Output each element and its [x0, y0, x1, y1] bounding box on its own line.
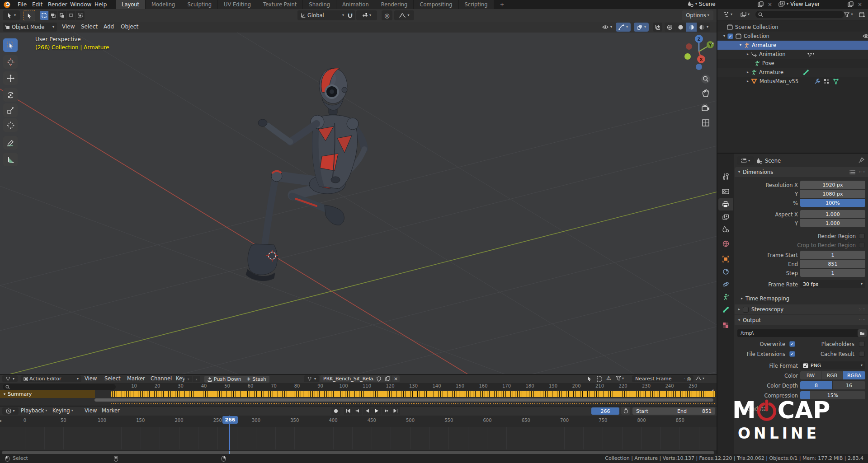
blender-logo-icon[interactable]: [3, 1, 11, 9]
tool-transform[interactable]: [3, 118, 18, 132]
expander-icon[interactable]: ▾: [723, 34, 725, 38]
options-dropdown[interactable]: Options▾: [682, 10, 713, 20]
navigation-gizmo[interactable]: Z Y X: [680, 33, 717, 71]
outliner-row-animation[interactable]: ▸ Animation: [717, 50, 868, 59]
playhead-badge[interactable]: 266: [222, 416, 238, 424]
toggle-ortho-icon[interactable]: [701, 118, 711, 128]
select-mode-intersect-button[interactable]: [76, 11, 85, 20]
dopesheet-falloff-dropdown[interactable]: ▾: [695, 376, 704, 381]
outliner-display-mode-dropdown[interactable]: ▾: [720, 10, 736, 19]
tab-uv-editing[interactable]: UV Editing: [218, 0, 257, 9]
select-mode-subtract-button[interactable]: [58, 11, 66, 20]
outliner-row-armature-data[interactable]: ▸ Armature: [717, 68, 868, 77]
record-button[interactable]: [331, 407, 340, 415]
scene-name[interactable]: Scene: [699, 1, 716, 7]
color-depth-16-button[interactable]: 16: [833, 381, 865, 389]
add-workspace-button[interactable]: +: [494, 0, 511, 9]
tab-output[interactable]: [718, 198, 733, 210]
view-layer-icon[interactable]: [778, 1, 785, 7]
render-region-checkbox[interactable]: [859, 233, 865, 239]
play-reverse-button[interactable]: [363, 407, 372, 415]
tool-annotate[interactable]: [3, 136, 18, 150]
resolution-x-field[interactable]: 1920 px: [800, 181, 865, 189]
proportional-falloff-dropdown[interactable]: ▾: [394, 10, 414, 20]
dopesheet-editor-dropdown[interactable]: ▾: [2, 375, 18, 382]
outliner-row-scene-collection[interactable]: Scene Collection: [717, 23, 868, 32]
transform-orientation-dropdown[interactable]: Global▾: [297, 10, 347, 20]
dopesheet-proportional-icon[interactable]: ◎: [684, 375, 693, 382]
mode-dropdown[interactable]: Object Mode▾: [3, 23, 57, 32]
tab-world[interactable]: [718, 238, 733, 250]
outliner-row-mesh[interactable]: ▸ MotusMan_v55: [717, 77, 868, 86]
select-mode-invert-button[interactable]: [67, 11, 75, 20]
color-depth-8-button[interactable]: 8: [800, 381, 832, 389]
color-bw-button[interactable]: BW: [800, 371, 821, 379]
overwrite-checkbox[interactable]: ✓: [789, 341, 795, 347]
outliner-filter-dropdown[interactable]: ▾: [841, 10, 856, 19]
timeline-ruler[interactable]: 0501001502002503003504004505005506006507…: [0, 416, 717, 427]
snap-target-dropdown[interactable]: ▾: [356, 10, 377, 20]
viewport-menu-view[interactable]: View: [58, 23, 79, 30]
hide-eye-icon[interactable]: [863, 34, 868, 38]
move-down-button[interactable]: ▾: [184, 376, 192, 382]
timeline-menu-marker[interactable]: Marker: [98, 407, 124, 414]
tab-render[interactable]: [718, 185, 733, 197]
frame-start-field[interactable]: 1: [800, 251, 865, 259]
playback-dropdown[interactable]: Playback▾: [21, 407, 47, 414]
outliner-row-armature-object[interactable]: ▾ Armature ⌄: [717, 41, 868, 50]
outliner-row-collection[interactable]: ▾ ✓ Collection: [717, 32, 868, 41]
tab-modeling[interactable]: Modeling: [146, 0, 181, 9]
tab-tool[interactable]: [718, 170, 733, 182]
dopesheet-menu-marker[interactable]: Marker: [123, 375, 149, 382]
time-remapping-panel-header[interactable]: ▸Time Remapping: [741, 295, 789, 302]
action-new-button[interactable]: [383, 375, 392, 382]
stereoscopy-panel-header[interactable]: ▸ Stereoscopy ⁙⁙: [735, 304, 868, 314]
tab-scene[interactable]: [718, 223, 733, 235]
camera-view-icon[interactable]: [701, 103, 711, 113]
previous-keyframe-button[interactable]: [353, 407, 362, 415]
stereoscopy-checkbox[interactable]: [743, 307, 749, 313]
view-layer-remove-icon[interactable]: ×: [858, 1, 862, 8]
panel-drag-dots-icon[interactable]: ⁙⁙: [859, 318, 866, 323]
color-rgba-button[interactable]: RGBA: [843, 371, 865, 379]
panel-drag-dots-icon[interactable]: ⁙⁙: [859, 170, 866, 174]
dopesheet-mode-dropdown[interactable]: Action Editor▾: [21, 375, 81, 382]
dopesheet-menu-select[interactable]: Select: [100, 375, 124, 382]
push-down-button[interactable]: Push Down: [204, 376, 245, 383]
compression-slider[interactable]: 15%: [800, 391, 865, 399]
timeline-editor-dropdown[interactable]: ▾: [2, 407, 19, 415]
pan-view-icon[interactable]: [701, 89, 711, 98]
view-layer-browse-chevron[interactable]: ▾: [787, 2, 788, 6]
expander-icon[interactable]: ▸: [747, 70, 749, 74]
summary-keyframes-band[interactable]: [111, 391, 716, 397]
shading-rendered-button[interactable]: ▾: [697, 23, 710, 32]
tab-layout[interactable]: Layout: [116, 0, 146, 9]
tool-measure[interactable]: [3, 153, 18, 166]
aspect-y-field[interactable]: 1.000: [800, 219, 865, 227]
timeline-expand-icon[interactable]: ▾: [0, 420, 3, 422]
tab-constraints[interactable]: [718, 266, 733, 278]
frame-rate-dropdown[interactable]: 30 fps▾: [800, 280, 865, 288]
dopesheet-search-input[interactable]: [3, 384, 116, 390]
tool-scale[interactable]: [3, 103, 18, 117]
gizmos-toggle[interactable]: ▾: [616, 23, 631, 32]
expander-icon[interactable]: ▸: [747, 52, 749, 56]
tab-view-layer[interactable]: [718, 211, 733, 223]
stash-button[interactable]: ✳Stash: [243, 376, 269, 383]
zoom-view-icon[interactable]: [701, 74, 711, 84]
proportional-editing-icon[interactable]: ◎: [382, 10, 392, 20]
dimensions-panel-header[interactable]: ▾Dimensions ⁙⁙: [735, 167, 868, 177]
active-tool-dropdown[interactable]: ▾: [3, 10, 20, 20]
view-layer-new-icon[interactable]: [848, 1, 854, 7]
frame-end-field[interactable]: 851: [800, 260, 865, 268]
overlays-toggle[interactable]: ▾: [634, 23, 649, 32]
sidebar-collapse-icon[interactable]: ▾: [711, 42, 714, 44]
keying-dropdown[interactable]: Keying▾: [52, 407, 73, 414]
action-fake-user-button[interactable]: [375, 375, 383, 382]
collection-checkbox[interactable]: ✓: [727, 33, 733, 39]
color-rgb-button[interactable]: RGB: [821, 371, 843, 379]
outliner-filter-obtype-dropdown[interactable]: ▾: [737, 10, 753, 19]
cache-result-checkbox[interactable]: [859, 351, 865, 357]
tweak-cursor-icon[interactable]: [587, 376, 592, 382]
metadata-panel-header[interactable]: ▸Metadata: [737, 406, 766, 412]
